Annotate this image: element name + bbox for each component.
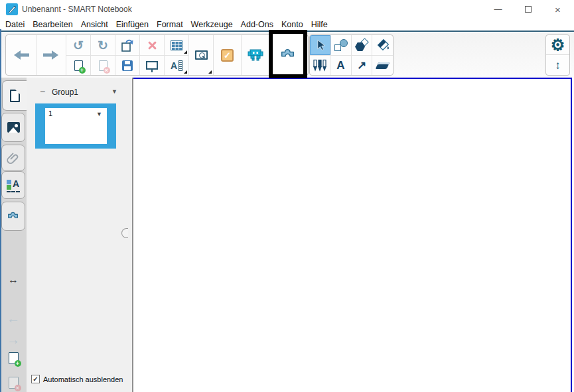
puzzle-piece-icon bbox=[278, 45, 298, 64]
page-group-header: − Group1 ▼ bbox=[27, 86, 132, 99]
panel-collapse-handle[interactable] bbox=[121, 228, 128, 238]
sidebar-tab-addons[interactable] bbox=[1, 202, 25, 231]
maximize-button[interactable] bbox=[513, 0, 543, 19]
screen-capture-button[interactable] bbox=[189, 35, 214, 75]
page-sorter-panel: − Group1 ▼ 1 ▼ ✓ Automatisch ausblenden bbox=[27, 78, 132, 392]
menu-hilfe[interactable]: Hilfe bbox=[311, 20, 328, 29]
previous-page-button[interactable]: ← bbox=[0, 310, 27, 327]
sidebar-tab-attachments[interactable] bbox=[1, 145, 25, 171]
add-page-icon bbox=[74, 60, 83, 71]
previous-page-icon: ← bbox=[7, 312, 20, 325]
dropdown-corner-icon bbox=[208, 70, 212, 74]
pens-tool-button[interactable] bbox=[310, 55, 330, 75]
response-check-icon: ✓ bbox=[221, 49, 234, 62]
minimize-button[interactable]: — bbox=[483, 0, 513, 19]
fill-bucket-icon bbox=[376, 38, 390, 52]
auto-hide-checkbox[interactable]: ✓ bbox=[31, 375, 40, 383]
gallery-icon bbox=[7, 122, 20, 133]
smart-lab-icon bbox=[248, 48, 263, 62]
back-button[interactable] bbox=[6, 35, 36, 75]
gear-icon: ⚙ bbox=[551, 37, 565, 53]
page-sorter-icon bbox=[10, 90, 20, 102]
undo-icon: ↺ bbox=[73, 39, 84, 52]
menu-konto[interactable]: Konto bbox=[281, 20, 303, 29]
delete-page-icon bbox=[99, 60, 108, 71]
line-tool-button[interactable]: ↗ bbox=[352, 55, 372, 75]
page-thumbnail[interactable]: 1 ▼ bbox=[45, 108, 107, 144]
paperclip-icon bbox=[7, 151, 20, 164]
page-canvas[interactable] bbox=[133, 78, 572, 392]
text-tool-button[interactable]: A bbox=[330, 55, 352, 75]
toolbar-tools-group: A ↗ bbox=[309, 34, 394, 76]
maximize-icon bbox=[525, 6, 532, 13]
paste-icon bbox=[120, 38, 135, 52]
page-thumbnail-selected[interactable]: 1 ▼ bbox=[35, 103, 116, 149]
fill-tool-button[interactable] bbox=[372, 35, 393, 55]
move-sidebar-icon: ↔ bbox=[8, 275, 19, 285]
properties-icon: A bbox=[7, 178, 20, 192]
sidebar-tab-strip: A ↔ ← → bbox=[0, 78, 27, 392]
menu-format[interactable]: Format bbox=[157, 20, 183, 29]
collapse-group-icon[interactable]: − bbox=[40, 86, 45, 97]
smart-lab-button[interactable] bbox=[242, 35, 269, 75]
settings-button[interactable]: ⚙ bbox=[546, 35, 569, 55]
page-dropdown-icon[interactable]: ▼ bbox=[96, 111, 102, 117]
window-left-accent bbox=[0, 29, 1, 392]
select-tool-button[interactable] bbox=[310, 35, 330, 55]
measurement-tools-button[interactable]: A bbox=[165, 55, 189, 75]
menu-bearbeiten[interactable]: Bearbeiten bbox=[33, 20, 72, 29]
screen-capture-icon bbox=[195, 50, 208, 60]
redo-icon: ↻ bbox=[98, 39, 108, 52]
close-icon: × bbox=[555, 4, 561, 15]
forward-button[interactable] bbox=[36, 35, 66, 75]
line-tool-icon: ↗ bbox=[357, 60, 366, 71]
save-button[interactable] bbox=[115, 55, 140, 75]
menu-einfuegen[interactable]: Einfügen bbox=[116, 20, 149, 29]
group-label[interactable]: Group1 bbox=[52, 88, 78, 97]
next-page-icon: → bbox=[7, 333, 20, 346]
polygon-tool-button[interactable] bbox=[352, 35, 372, 55]
redo-button[interactable]: ↻ bbox=[91, 35, 115, 55]
menu-datei[interactable]: Datei bbox=[5, 20, 25, 29]
puzzle-piece-icon bbox=[5, 209, 21, 224]
shapes-icon bbox=[334, 39, 348, 51]
addons-button-highlight-box[interactable] bbox=[269, 30, 307, 78]
group-dropdown-icon[interactable]: ▼ bbox=[111, 88, 117, 95]
menu-addons[interactable]: Add-Ons bbox=[241, 20, 273, 29]
sidebar-delete-page-button[interactable] bbox=[0, 374, 27, 391]
auto-hide-label: Automatisch ausblenden bbox=[43, 375, 123, 383]
screen-shade-button[interactable] bbox=[140, 55, 165, 75]
response-button[interactable]: ✓ bbox=[214, 35, 242, 75]
move-toolbar-icon: ↕ bbox=[555, 60, 561, 71]
table-icon bbox=[171, 40, 182, 50]
next-page-button[interactable]: → bbox=[0, 331, 27, 348]
page-number: 1 bbox=[48, 109, 52, 117]
shapes-tool-button[interactable] bbox=[330, 35, 352, 55]
paste-button[interactable] bbox=[115, 35, 140, 55]
close-button[interactable]: × bbox=[543, 0, 573, 19]
menu-werkzeuge[interactable]: Werkzeuge bbox=[191, 20, 233, 29]
eraser-tool-button[interactable] bbox=[372, 55, 393, 75]
move-sidebar-button[interactable]: ↔ bbox=[0, 271, 27, 289]
dropdown-corner-icon bbox=[184, 70, 187, 74]
sidebar-tab-page-sorter[interactable] bbox=[2, 80, 27, 111]
sidebar-tab-properties[interactable]: A bbox=[1, 171, 25, 199]
undo-button[interactable]: ↺ bbox=[66, 35, 91, 55]
window-title: Unbenannt - SMART Notebook bbox=[22, 5, 132, 14]
add-page-button[interactable] bbox=[66, 55, 91, 75]
eraser-icon bbox=[376, 62, 390, 69]
toolbar-settings-group: ⚙ ↕ bbox=[545, 34, 570, 76]
menu-ansicht[interactable]: Ansicht bbox=[81, 20, 108, 29]
check-glyph: ✓ bbox=[224, 50, 231, 60]
sidebar-add-page-button[interactable] bbox=[0, 350, 27, 367]
sidebar-tab-gallery[interactable] bbox=[1, 113, 25, 142]
toolbar-main-group: ↺ ↻ bbox=[5, 34, 309, 76]
forward-icon bbox=[42, 48, 60, 62]
text-tool-icon: A bbox=[336, 60, 344, 71]
delete-page-icon bbox=[9, 377, 19, 389]
back-icon bbox=[13, 48, 30, 62]
move-toolbar-button[interactable]: ↕ bbox=[546, 55, 569, 75]
table-button[interactable] bbox=[165, 35, 189, 55]
delete-button[interactable] bbox=[140, 35, 165, 55]
delete-page-button[interactable] bbox=[91, 55, 115, 75]
